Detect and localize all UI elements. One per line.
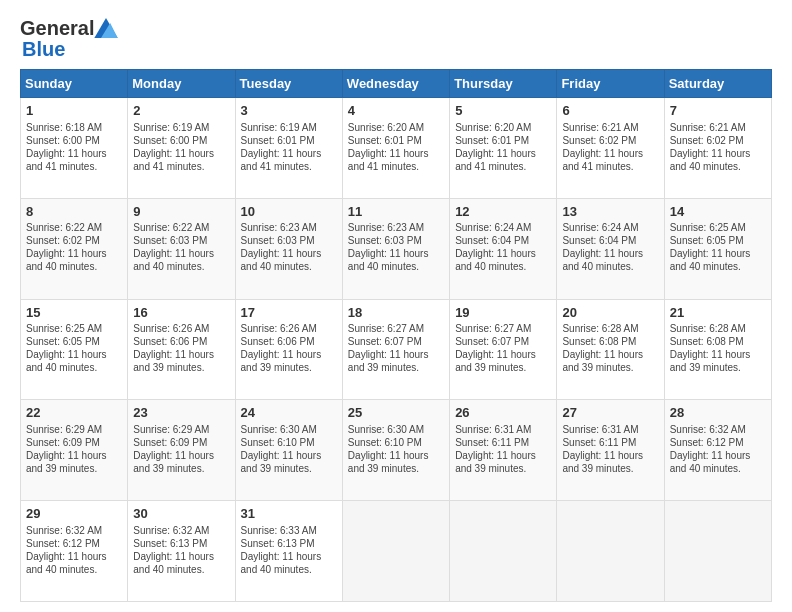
day-info: Sunrise: 6:23 AM Sunset: 6:03 PM Dayligh…: [241, 221, 337, 273]
calendar-day: [664, 501, 771, 602]
calendar-week-1: 1Sunrise: 6:18 AM Sunset: 6:00 PM Daylig…: [21, 98, 772, 199]
calendar-day: 11Sunrise: 6:23 AM Sunset: 6:03 PM Dayli…: [342, 198, 449, 299]
day-info: Sunrise: 6:27 AM Sunset: 6:07 PM Dayligh…: [348, 322, 444, 374]
calendar-day: 28Sunrise: 6:32 AM Sunset: 6:12 PM Dayli…: [664, 400, 771, 501]
calendar-day: 10Sunrise: 6:23 AM Sunset: 6:03 PM Dayli…: [235, 198, 342, 299]
calendar-week-3: 15Sunrise: 6:25 AM Sunset: 6:05 PM Dayli…: [21, 299, 772, 400]
day-number: 14: [670, 203, 766, 221]
calendar-day: 23Sunrise: 6:29 AM Sunset: 6:09 PM Dayli…: [128, 400, 235, 501]
calendar-day: 2Sunrise: 6:19 AM Sunset: 6:00 PM Daylig…: [128, 98, 235, 199]
day-info: Sunrise: 6:31 AM Sunset: 6:11 PM Dayligh…: [455, 423, 551, 475]
day-info: Sunrise: 6:19 AM Sunset: 6:01 PM Dayligh…: [241, 121, 337, 173]
day-number: 11: [348, 203, 444, 221]
day-number: 29: [26, 505, 122, 523]
header: GeneralBlue: [20, 18, 772, 61]
page: GeneralBlue SundayMondayTuesdayWednesday…: [0, 0, 792, 612]
calendar-day: 13Sunrise: 6:24 AM Sunset: 6:04 PM Dayli…: [557, 198, 664, 299]
day-info: Sunrise: 6:25 AM Sunset: 6:05 PM Dayligh…: [670, 221, 766, 273]
day-info: Sunrise: 6:21 AM Sunset: 6:02 PM Dayligh…: [670, 121, 766, 173]
calendar-header-friday: Friday: [557, 70, 664, 98]
day-info: Sunrise: 6:24 AM Sunset: 6:04 PM Dayligh…: [455, 221, 551, 273]
day-info: Sunrise: 6:29 AM Sunset: 6:09 PM Dayligh…: [133, 423, 229, 475]
calendar-day: 7Sunrise: 6:21 AM Sunset: 6:02 PM Daylig…: [664, 98, 771, 199]
day-number: 26: [455, 404, 551, 422]
day-number: 19: [455, 304, 551, 322]
calendar-day: 6Sunrise: 6:21 AM Sunset: 6:02 PM Daylig…: [557, 98, 664, 199]
calendar-week-4: 22Sunrise: 6:29 AM Sunset: 6:09 PM Dayli…: [21, 400, 772, 501]
day-number: 31: [241, 505, 337, 523]
calendar-day: 27Sunrise: 6:31 AM Sunset: 6:11 PM Dayli…: [557, 400, 664, 501]
day-info: Sunrise: 6:24 AM Sunset: 6:04 PM Dayligh…: [562, 221, 658, 273]
calendar-day: 26Sunrise: 6:31 AM Sunset: 6:11 PM Dayli…: [450, 400, 557, 501]
day-info: Sunrise: 6:19 AM Sunset: 6:00 PM Dayligh…: [133, 121, 229, 173]
day-info: Sunrise: 6:28 AM Sunset: 6:08 PM Dayligh…: [670, 322, 766, 374]
day-info: Sunrise: 6:32 AM Sunset: 6:13 PM Dayligh…: [133, 524, 229, 576]
calendar-day: [342, 501, 449, 602]
calendar-day: 17Sunrise: 6:26 AM Sunset: 6:06 PM Dayli…: [235, 299, 342, 400]
calendar-day: 18Sunrise: 6:27 AM Sunset: 6:07 PM Dayli…: [342, 299, 449, 400]
calendar-day: 19Sunrise: 6:27 AM Sunset: 6:07 PM Dayli…: [450, 299, 557, 400]
day-number: 7: [670, 102, 766, 120]
day-number: 9: [133, 203, 229, 221]
day-info: Sunrise: 6:25 AM Sunset: 6:05 PM Dayligh…: [26, 322, 122, 374]
calendar-day: 30Sunrise: 6:32 AM Sunset: 6:13 PM Dayli…: [128, 501, 235, 602]
day-info: Sunrise: 6:32 AM Sunset: 6:12 PM Dayligh…: [26, 524, 122, 576]
calendar-header-saturday: Saturday: [664, 70, 771, 98]
calendar-day: 25Sunrise: 6:30 AM Sunset: 6:10 PM Dayli…: [342, 400, 449, 501]
day-info: Sunrise: 6:28 AM Sunset: 6:08 PM Dayligh…: [562, 322, 658, 374]
day-number: 2: [133, 102, 229, 120]
calendar-day: 14Sunrise: 6:25 AM Sunset: 6:05 PM Dayli…: [664, 198, 771, 299]
day-number: 25: [348, 404, 444, 422]
calendar-day: 12Sunrise: 6:24 AM Sunset: 6:04 PM Dayli…: [450, 198, 557, 299]
calendar-day: 1Sunrise: 6:18 AM Sunset: 6:00 PM Daylig…: [21, 98, 128, 199]
day-number: 17: [241, 304, 337, 322]
day-number: 3: [241, 102, 337, 120]
day-number: 1: [26, 102, 122, 120]
calendar-header-thursday: Thursday: [450, 70, 557, 98]
logo-blue-row: Blue: [20, 38, 65, 61]
day-number: 8: [26, 203, 122, 221]
calendar-header-row: SundayMondayTuesdayWednesdayThursdayFrid…: [21, 70, 772, 98]
day-info: Sunrise: 6:21 AM Sunset: 6:02 PM Dayligh…: [562, 121, 658, 173]
calendar-day: 29Sunrise: 6:32 AM Sunset: 6:12 PM Dayli…: [21, 501, 128, 602]
calendar-table: SundayMondayTuesdayWednesdayThursdayFrid…: [20, 69, 772, 602]
day-info: Sunrise: 6:31 AM Sunset: 6:11 PM Dayligh…: [562, 423, 658, 475]
calendar-header-wednesday: Wednesday: [342, 70, 449, 98]
calendar-day: 20Sunrise: 6:28 AM Sunset: 6:08 PM Dayli…: [557, 299, 664, 400]
logo-general-text: General: [20, 18, 94, 38]
calendar-day: 21Sunrise: 6:28 AM Sunset: 6:08 PM Dayli…: [664, 299, 771, 400]
logo-blue-text: Blue: [22, 38, 65, 60]
day-info: Sunrise: 6:29 AM Sunset: 6:09 PM Dayligh…: [26, 423, 122, 475]
day-info: Sunrise: 6:20 AM Sunset: 6:01 PM Dayligh…: [348, 121, 444, 173]
day-info: Sunrise: 6:33 AM Sunset: 6:13 PM Dayligh…: [241, 524, 337, 576]
calendar-day: 16Sunrise: 6:26 AM Sunset: 6:06 PM Dayli…: [128, 299, 235, 400]
day-number: 24: [241, 404, 337, 422]
day-info: Sunrise: 6:32 AM Sunset: 6:12 PM Dayligh…: [670, 423, 766, 475]
calendar-header-monday: Monday: [128, 70, 235, 98]
day-info: Sunrise: 6:26 AM Sunset: 6:06 PM Dayligh…: [241, 322, 337, 374]
calendar-week-5: 29Sunrise: 6:32 AM Sunset: 6:12 PM Dayli…: [21, 501, 772, 602]
calendar-day: 4Sunrise: 6:20 AM Sunset: 6:01 PM Daylig…: [342, 98, 449, 199]
day-info: Sunrise: 6:20 AM Sunset: 6:01 PM Dayligh…: [455, 121, 551, 173]
day-info: Sunrise: 6:22 AM Sunset: 6:03 PM Dayligh…: [133, 221, 229, 273]
calendar-day: [557, 501, 664, 602]
day-number: 4: [348, 102, 444, 120]
day-number: 5: [455, 102, 551, 120]
calendar-day: 8Sunrise: 6:22 AM Sunset: 6:02 PM Daylig…: [21, 198, 128, 299]
day-number: 28: [670, 404, 766, 422]
day-info: Sunrise: 6:30 AM Sunset: 6:10 PM Dayligh…: [241, 423, 337, 475]
day-number: 30: [133, 505, 229, 523]
day-number: 23: [133, 404, 229, 422]
calendar-day: 24Sunrise: 6:30 AM Sunset: 6:10 PM Dayli…: [235, 400, 342, 501]
day-number: 10: [241, 203, 337, 221]
logo-triangle-icon: [94, 18, 118, 38]
logo: GeneralBlue: [20, 18, 118, 61]
day-info: Sunrise: 6:30 AM Sunset: 6:10 PM Dayligh…: [348, 423, 444, 475]
calendar-day: 9Sunrise: 6:22 AM Sunset: 6:03 PM Daylig…: [128, 198, 235, 299]
day-info: Sunrise: 6:23 AM Sunset: 6:03 PM Dayligh…: [348, 221, 444, 273]
day-number: 6: [562, 102, 658, 120]
calendar-day: 22Sunrise: 6:29 AM Sunset: 6:09 PM Dayli…: [21, 400, 128, 501]
day-number: 27: [562, 404, 658, 422]
day-info: Sunrise: 6:27 AM Sunset: 6:07 PM Dayligh…: [455, 322, 551, 374]
day-number: 18: [348, 304, 444, 322]
